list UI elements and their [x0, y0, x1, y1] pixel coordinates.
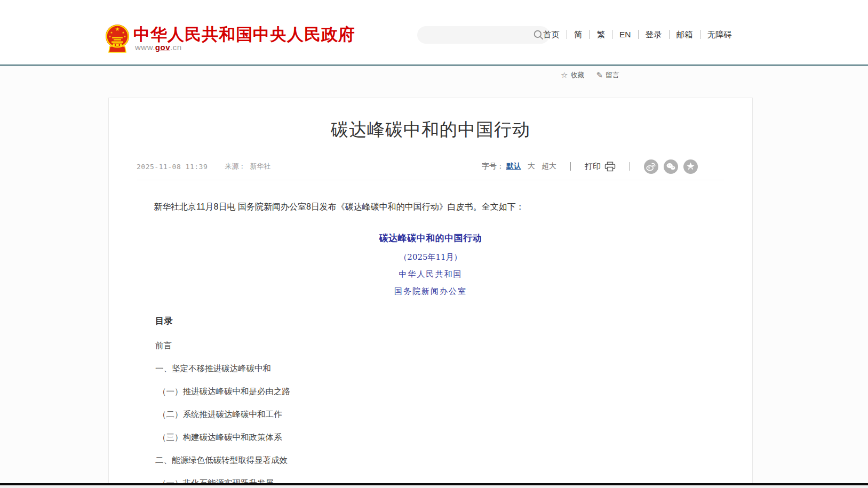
source-label: 来源： [225, 162, 245, 171]
article-meta-right: 字号： 默认大超大 打印 [482, 159, 698, 174]
print-label: 打印 [585, 162, 601, 172]
fontsize-option[interactable]: 超大 [541, 162, 556, 171]
toc-item: （三）构建碳达峰碳中和政策体系 [137, 433, 724, 442]
pencil-icon: ✎ [596, 70, 603, 80]
nav-item[interactable]: 登录 [639, 30, 670, 39]
nav-item[interactable]: 首页 [543, 30, 567, 39]
publish-datetime: 2025-11-08 11:39 [137, 163, 208, 171]
article-meta-row: 2025-11-08 11:39 来源： 新华社 字号： 默认大超大 打印 [137, 161, 724, 172]
site-url[interactable]: www.gov.cn [135, 43, 182, 52]
comment-label: 留言 [606, 70, 619, 80]
weibo-share-icon[interactable] [644, 159, 658, 174]
printer-icon [604, 162, 616, 172]
document-org-line2: 国务院新闻办公室 [137, 286, 724, 297]
national-emblem-logo: ★ ★ ★ ★ ★ [105, 23, 130, 54]
toc-heading: 目录 [137, 315, 724, 327]
document-org-line1: 中华人民共和国 [137, 269, 724, 279]
fontsize-options: 默认大超大 [506, 162, 556, 171]
top-nav: 首页简繁EN登录邮箱无障碍 [543, 30, 732, 39]
site-url-suffix: .cn [170, 43, 182, 52]
favorite-label: 收藏 [570, 70, 584, 80]
fontsize-label: 字号： [482, 162, 504, 171]
page: ★ ★ ★ ★ ★ 中华人民共和国中央人民政府 www.gov.cn 首页简繁E… [0, 0, 868, 488]
toc-item: 二、能源绿色低碳转型取得显著成效 [137, 456, 724, 465]
share-icons [644, 159, 698, 174]
vertical-divider [630, 162, 630, 171]
search-icon[interactable] [533, 29, 544, 41]
search-input[interactable] [426, 26, 530, 44]
star-icon: ☆ [561, 70, 568, 80]
comment-button[interactable]: ✎ 留言 [596, 70, 619, 80]
site-header: ★ ★ ★ ★ ★ 中华人民共和国中央人民政府 www.gov.cn 首页简繁E… [0, 0, 868, 65]
document-date: （2025年11月） [137, 252, 724, 262]
fontsize-option[interactable]: 大 [528, 162, 535, 171]
svg-text:★: ★ [115, 26, 120, 32]
toc-list: 前言一、坚定不移推进碳达峰碳中和（一）推进碳达峰碳中和是必由之路（二）系统推进碳… [137, 341, 724, 487]
qzone-share-icon[interactable] [683, 159, 698, 174]
bottom-gap [0, 485, 868, 488]
article-meta-left: 2025-11-08 11:39 来源： 新华社 [137, 162, 270, 171]
toc-item: 一、坚定不移推进碳达峰碳中和 [137, 364, 724, 373]
meta-separator-line [137, 180, 724, 180]
nav-item[interactable]: 邮箱 [670, 30, 700, 39]
nav-item[interactable]: EN [612, 30, 639, 39]
toc-item: （二）系统推进碳达峰碳中和工作 [137, 410, 724, 419]
svg-text:★: ★ [122, 31, 125, 34]
nav-item[interactable]: 繁 [590, 30, 612, 39]
svg-text:★: ★ [109, 35, 112, 38]
nav-item[interactable]: 无障碍 [700, 30, 732, 39]
toc-item: （一）推进碳达峰碳中和是必由之路 [137, 387, 724, 396]
svg-text:★: ★ [110, 31, 113, 34]
source-value: 新华社 [250, 162, 270, 171]
fontsize-option[interactable]: 默认 [506, 162, 521, 171]
print-button[interactable]: 打印 [585, 162, 616, 172]
document-title: 碳达峰碳中和的中国行动 [137, 232, 724, 244]
site-url-gov: gov [155, 43, 170, 52]
nav-item[interactable]: 简 [567, 30, 590, 39]
article-card: 碳达峰碳中和的中国行动 2025-11-08 11:39 来源： 新华社 字号：… [108, 98, 753, 488]
article-title: 碳达峰碳中和的中国行动 [137, 118, 724, 142]
search-bar[interactable] [417, 26, 550, 44]
site-url-prefix: www. [135, 43, 155, 52]
vertical-divider [570, 162, 571, 171]
toc-item: 前言 [137, 341, 724, 350]
lead-paragraph: 新华社北京11月8日电 国务院新闻办公室8日发布《碳达峰碳中和的中国行动》白皮书… [137, 200, 724, 214]
favorite-button[interactable]: ☆ 收藏 [561, 70, 584, 80]
wechat-share-icon[interactable] [664, 159, 678, 174]
svg-text:★: ★ [124, 35, 126, 38]
page-actions: ☆ 收藏 ✎ 留言 [561, 70, 619, 80]
